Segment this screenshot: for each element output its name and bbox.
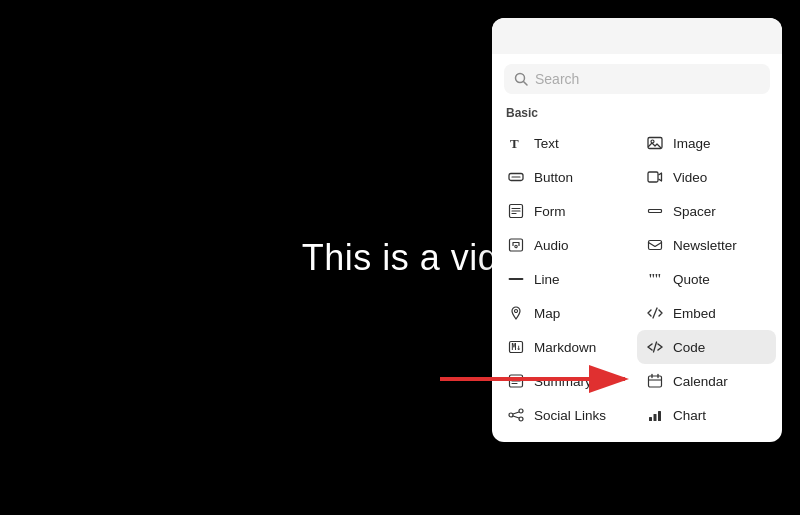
svg-rect-28 [649,376,662,387]
svg-rect-12 [649,210,662,213]
menu-item-calendar[interactable]: Calendar [637,364,776,398]
button-icon [506,167,526,187]
menu-item-image[interactable]: Image [637,126,776,160]
social-links-icon [506,405,526,425]
menu-item-audio-label: Audio [534,238,569,253]
svg-text:M↓: M↓ [512,343,522,352]
svg-point-32 [519,409,523,413]
panel-top-bar [492,18,782,54]
search-icon [514,72,528,86]
svg-line-36 [513,416,519,418]
menu-item-button[interactable]: Button [498,160,637,194]
menu-item-spacer[interactable]: Spacer [637,194,776,228]
menu-item-button-label: Button [534,170,573,185]
image-icon [645,133,665,153]
svg-text:": " [654,272,662,287]
menu-item-calendar-label: Calendar [673,374,728,389]
summary-icon [506,371,526,391]
menu-item-code[interactable]: Code [637,330,776,364]
menu-item-chart[interactable]: Chart [637,398,776,432]
markdown-icon: M↓ [506,337,526,357]
menu-item-form-label: Form [534,204,566,219]
svg-line-20 [653,308,657,318]
search-placeholder: Search [535,71,579,87]
svg-rect-7 [648,172,658,182]
menu-item-social-links-label: Social Links [534,408,606,423]
svg-point-33 [509,413,513,417]
svg-point-14 [515,245,517,247]
menu-item-embed[interactable]: Embed [637,296,776,330]
svg-rect-39 [658,411,661,421]
menu-item-spacer-label: Spacer [673,204,716,219]
code-icon [645,337,665,357]
menu-item-code-label: Code [673,340,705,355]
svg-line-23 [654,342,657,352]
video-text: This is a vid [302,237,499,279]
block-picker-panel: Search Basic T Text Image [492,18,782,442]
svg-rect-15 [649,241,662,250]
newsletter-icon [645,235,665,255]
search-box[interactable]: Search [504,64,770,94]
menu-item-map-label: Map [534,306,560,321]
menu-item-newsletter[interactable]: Newsletter [637,228,776,262]
form-icon [506,201,526,221]
svg-line-35 [513,412,519,414]
menu-item-line[interactable]: Line [498,262,637,296]
menu-item-summary[interactable]: Summary [498,364,637,398]
menu-item-quote[interactable]: " " Quote [637,262,776,296]
menu-item-newsletter-label: Newsletter [673,238,737,253]
quote-icon: " " [645,269,665,289]
map-icon [506,303,526,323]
svg-point-4 [651,140,654,143]
menu-item-image-label: Image [673,136,711,151]
calendar-icon [645,371,665,391]
menu-item-markdown-label: Markdown [534,340,596,355]
svg-point-19 [515,310,518,313]
menu-item-video-label: Video [673,170,707,185]
svg-rect-37 [649,417,652,421]
menu-item-quote-label: Quote [673,272,710,287]
embed-icon [645,303,665,323]
menu-item-social-links[interactable]: Social Links [498,398,637,432]
menu-item-text-label: Text [534,136,559,151]
line-icon [506,269,526,289]
spacer-icon [645,201,665,221]
menu-item-embed-label: Embed [673,306,716,321]
menu-item-form[interactable]: Form [498,194,637,228]
svg-rect-38 [654,414,657,421]
svg-text:T: T [510,136,519,151]
menu-item-line-label: Line [534,272,560,287]
svg-line-1 [524,82,528,86]
section-basic-label: Basic [492,102,782,126]
chart-icon [645,405,665,425]
menu-item-chart-label: Chart [673,408,706,423]
audio-icon [506,235,526,255]
menu-item-text[interactable]: T Text [498,126,637,160]
menu-item-markdown[interactable]: M↓ Markdown [498,330,637,364]
menu-item-video[interactable]: Video [637,160,776,194]
text-icon: T [506,133,526,153]
menu-item-audio[interactable]: Audio [498,228,637,262]
menu-item-map[interactable]: Map [498,296,637,330]
menu-grid: T Text Image Bu [492,126,782,432]
video-icon [645,167,665,187]
svg-point-34 [519,417,523,421]
menu-item-summary-label: Summary [534,374,592,389]
